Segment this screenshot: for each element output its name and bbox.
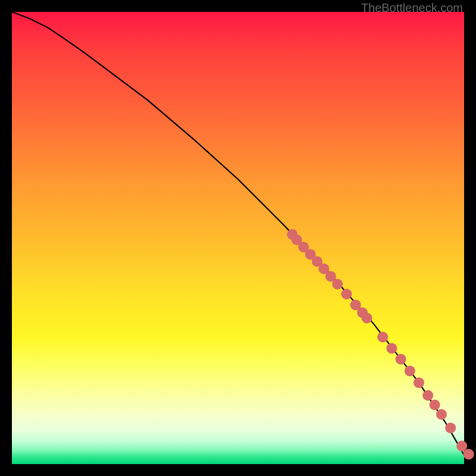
curve-line [12,12,464,455]
scatter-dot [464,449,474,459]
scatter-dot [341,289,352,299]
chart-area [12,12,464,464]
chart-stage: TheBottleneck.com [0,0,476,476]
scatter-dot [422,390,433,401]
scatter-dot [405,365,415,376]
scatter-dot [430,399,440,410]
scatter-dot [377,331,388,342]
scatter-dots [287,229,474,459]
scatter-dot [386,343,397,353]
scatter-dot [396,354,406,365]
scatter-dot [332,279,343,290]
scatter-dot [362,313,372,324]
scatter-dot [436,409,447,419]
scatter-dot [414,377,424,388]
chart-svg [12,12,464,464]
scatter-dot [445,422,456,433]
